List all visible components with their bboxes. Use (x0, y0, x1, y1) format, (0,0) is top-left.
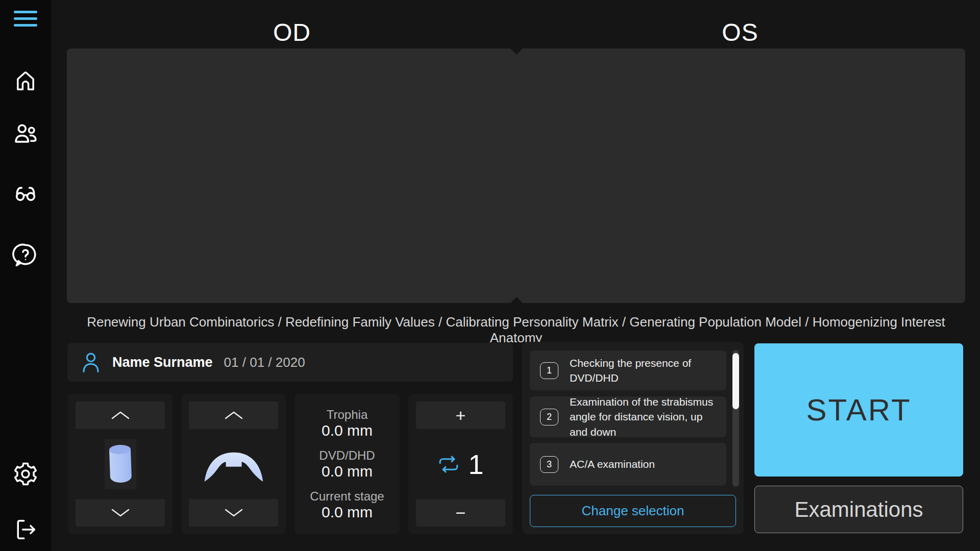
exam-list-scrollbar-thumb[interactable] (732, 353, 739, 409)
glasses-icon (12, 179, 39, 206)
measurement-label: DVD/DHD (319, 448, 375, 463)
od-label: OD (273, 18, 311, 46)
repeat-display: 1 (437, 448, 483, 480)
repeat-icon (437, 455, 460, 473)
measurement-value: 0.0 mm (322, 422, 373, 439)
settings-icon (12, 461, 39, 487)
prism-up-button[interactable] (76, 402, 165, 429)
exam-item-number: 1 (540, 362, 558, 379)
examinations-glasses-button[interactable] (7, 174, 44, 211)
nose-rest-icon (202, 445, 265, 484)
exam-item-number: 3 (540, 456, 558, 473)
prism-control-panel (68, 394, 173, 534)
measurement-value: 0.0 mm (319, 463, 375, 480)
measurement-value: 0.0 mm (310, 504, 384, 521)
repeat-plus-button[interactable]: + (416, 402, 505, 429)
change-selection-button[interactable]: Change selection (530, 495, 736, 527)
panel-divider-notch-top (510, 48, 523, 55)
patients-icon (12, 120, 39, 148)
help-icon (12, 241, 39, 269)
exam-item-1[interactable]: 1 Checking the presence of DVD/DHD (530, 350, 726, 390)
prism-image-frame (105, 439, 136, 489)
camera-view-panel (67, 48, 965, 303)
screen: OD OS Renewing Urban Combinatorics / Red… (0, 0, 980, 551)
sidebar (0, 0, 51, 551)
repeat-count-value: 1 (468, 448, 483, 480)
home-icon (12, 67, 39, 94)
prism-down-button[interactable] (76, 499, 165, 527)
exam-list-scrollbar-track[interactable] (732, 350, 739, 487)
start-button[interactable]: START (754, 343, 963, 477)
nose-rest-control-panel (181, 394, 286, 534)
repeat-minus-button[interactable]: − (416, 499, 505, 527)
status-line: Renewing Urban Combinatorics / Redefinin… (67, 314, 965, 346)
exam-list-panel: 1 Checking the presence of DVD/DHD 2 Exa… (522, 342, 744, 534)
exam-item-text: Checking the presence of DVD/DHD (570, 356, 719, 386)
exam-item-text: AC/A examination (570, 457, 655, 471)
exam-item-3[interactable]: 3 AC/A examination (530, 443, 726, 486)
measurement-trophia: Trophia 0.0 mm (322, 408, 373, 439)
patient-bar: Name Surname 01 / 01 / 2020 (67, 343, 513, 382)
measurement-current-stage: Current stage 0.0 mm (310, 489, 384, 521)
patient-dob: 01 / 01 / 2020 (224, 355, 305, 370)
nose-rest-up-button[interactable] (189, 402, 278, 429)
measurement-label: Trophia (322, 408, 373, 422)
settings-button[interactable] (7, 456, 44, 492)
measurement-label: Current stage (310, 489, 384, 504)
panel-divider-notch-bottom (510, 297, 523, 303)
logout-button[interactable] (7, 511, 44, 548)
exam-item-number: 2 (540, 409, 558, 425)
nose-rest-down-button[interactable] (189, 499, 278, 527)
help-button[interactable] (7, 237, 44, 273)
home-button[interactable] (7, 62, 44, 99)
measurement-dvd-dhd: DVD/DHD 0.0 mm (319, 448, 375, 480)
patient-icon (81, 351, 101, 373)
menu-icon (14, 11, 37, 27)
patients-button[interactable] (7, 116, 44, 153)
exam-item-text: Examination of the strabismus angle for … (570, 394, 719, 439)
measurements-panel: Trophia 0.0 mm DVD/DHD 0.0 mm Current st… (295, 394, 400, 534)
logout-icon (12, 516, 39, 543)
menu-button[interactable] (7, 4, 44, 33)
prism-cylinder-icon (108, 443, 133, 485)
repeat-count-panel: + 1 − (408, 394, 513, 534)
os-label: OS (722, 18, 758, 46)
patient-name: Name Surname (112, 355, 213, 370)
exam-item-2[interactable]: 2 Examination of the strabismus angle fo… (530, 396, 726, 437)
examinations-button[interactable]: Examinations (754, 486, 963, 533)
